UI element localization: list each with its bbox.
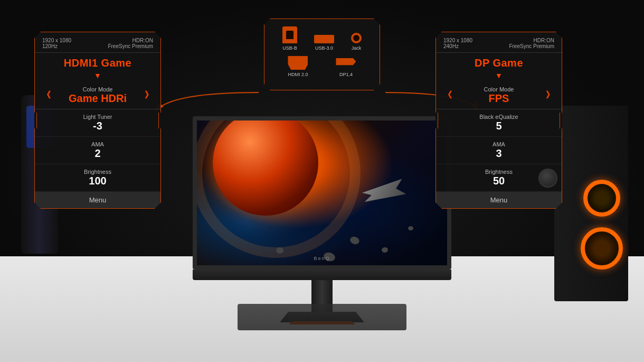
hdmi-label: HDMI 2.0	[288, 72, 308, 77]
port-dp: DP1.4	[336, 58, 356, 77]
right-menu-button[interactable]: Menu	[436, 192, 562, 208]
right-black-equalize-value: 5	[496, 120, 501, 132]
asteroid-5	[276, 247, 283, 254]
right-device	[554, 106, 628, 301]
left-next-arrow[interactable]: 》	[145, 90, 153, 101]
usb3-icon	[314, 35, 334, 43]
monitor-display: BenQ	[197, 120, 447, 265]
left-brightness-label: Brightness	[84, 169, 111, 175]
left-menu-container: Menu	[35, 192, 160, 208]
monitor-bezel-bottom	[193, 270, 451, 280]
right-prev-arrow[interactable]: 《	[443, 90, 452, 101]
left-color-mode-value: Game HDRi	[51, 92, 145, 105]
dp-icon	[336, 58, 356, 70]
left-ama-label: AMA	[91, 141, 104, 147]
left-color-mode-section: 《 Color Mode Game HDRi 》	[35, 82, 160, 109]
port-usb-3: USB-3.0	[314, 35, 334, 51]
monitor-brand-logo: BenQ	[314, 256, 330, 261]
right-ama-section: AMA 3	[436, 137, 562, 164]
right-brightness-label: Brightness	[485, 169, 513, 175]
left-hz: 120Hz	[42, 43, 58, 49]
left-color-mode-nav: 《 Color Mode Game HDRi 》	[42, 86, 153, 105]
asteroid-2	[381, 247, 389, 253]
left-light-tuner-section: Light Tuner -3	[35, 109, 160, 137]
right-color-mode-value: FPS	[452, 92, 546, 105]
right-brightness-value: 50	[493, 175, 505, 187]
left-prev-arrow[interactable]: 《	[42, 90, 51, 101]
left-brightness-section: Brightness 100	[35, 164, 160, 192]
right-spec-row-2: 240Hz FreeSync Premium	[443, 43, 554, 49]
ports-row-top: USB-B USB-3.0 Jack	[274, 26, 370, 51]
left-spec-row-1: 1920 x 1080 HDR:ON	[42, 38, 153, 43]
right-black-equalize-label: Black eQualize	[479, 114, 518, 120]
right-spec-row-1: 1920 x 1080 HDR:ON	[443, 38, 554, 43]
asteroid-1	[349, 235, 361, 245]
speaker-ring-bottom	[581, 227, 623, 270]
right-ama-value: 3	[496, 147, 501, 160]
monitor-screen: BenQ	[193, 116, 451, 270]
ports-row-bottom: HDMI 2.0 DP1.4	[274, 56, 370, 77]
ports-panel: USB-B USB-3.0 Jack HDMI 2.0 DP1.4	[264, 18, 380, 90]
usb3-label: USB-3.0	[315, 45, 333, 51]
monitor: BenQ	[190, 116, 454, 324]
right-brightness-section: Brightness 50	[436, 164, 562, 192]
left-freesync: FreeSync Premium	[108, 43, 153, 49]
left-ama-section: AMA 2	[35, 137, 160, 164]
right-panel-card: 1920 x 1080 HDR:ON 240Hz FreeSync Premiu…	[435, 32, 562, 209]
left-panel-header: 1920 x 1080 HDR:ON 120Hz FreeSync Premiu…	[35, 32, 160, 53]
left-light-tuner-label: Light Tuner	[83, 114, 112, 120]
right-color-mode-nav: 《 Color Mode FPS 》	[443, 86, 554, 105]
right-freesync: FreeSync Premium	[509, 43, 554, 49]
left-panel-arrow: ▼	[35, 71, 160, 82]
keyboard	[238, 304, 406, 330]
right-panel-title: DP Game	[436, 53, 562, 71]
left-spec-row-2: 120Hz FreeSync Premium	[42, 43, 153, 49]
right-resolution: 1920 x 1080	[443, 38, 472, 43]
right-panel-arrow: ▼	[436, 71, 562, 82]
right-panel-header: 1920 x 1080 HDR:ON 240Hz FreeSync Premiu…	[436, 32, 562, 53]
hdmi-icon	[288, 56, 308, 70]
jack-icon	[351, 33, 362, 43]
speaker-ring-top	[583, 180, 620, 217]
left-menu-button[interactable]: Menu	[35, 192, 160, 208]
right-hdr: HDR:ON	[534, 38, 554, 43]
planet	[213, 116, 318, 216]
spaceship	[361, 179, 406, 205]
port-jack: Jack	[351, 33, 362, 51]
right-black-equalize-section: Black eQualize 5	[436, 109, 562, 137]
right-next-arrow[interactable]: 》	[546, 90, 554, 101]
port-usb-b: USB-B	[282, 26, 297, 51]
dp-label: DP1.4	[339, 72, 353, 77]
usb-b-icon	[282, 26, 297, 43]
left-panel-card: 1920 x 1080 HDR:ON 120Hz FreeSync Premiu…	[34, 32, 161, 209]
asteroid-4	[408, 226, 413, 230]
left-panel-title: HDMI1 Game	[35, 53, 160, 71]
brightness-knob[interactable]	[538, 169, 557, 188]
left-brightness-value: 100	[89, 175, 106, 187]
right-menu-container: Menu	[436, 192, 562, 208]
right-color-mode-label: Color Mode	[452, 86, 546, 92]
right-ama-label: AMA	[493, 141, 505, 147]
right-hz: 240Hz	[443, 43, 459, 49]
port-hdmi: HDMI 2.0	[288, 56, 308, 77]
left-color-mode-group: Color Mode Game HDRi	[51, 86, 145, 105]
left-ama-value: 2	[94, 147, 100, 160]
left-hdr: HDR:ON	[132, 38, 153, 43]
right-color-mode-group: Color Mode FPS	[452, 86, 546, 105]
usb-b-label: USB-B	[282, 45, 297, 51]
right-color-mode-section: 《 Color Mode FPS 》	[436, 82, 562, 109]
left-color-mode-label: Color Mode	[51, 86, 145, 92]
left-light-tuner-value: -3	[93, 120, 102, 132]
jack-label: Jack	[352, 45, 362, 51]
left-resolution: 1920 x 1080	[42, 38, 71, 43]
